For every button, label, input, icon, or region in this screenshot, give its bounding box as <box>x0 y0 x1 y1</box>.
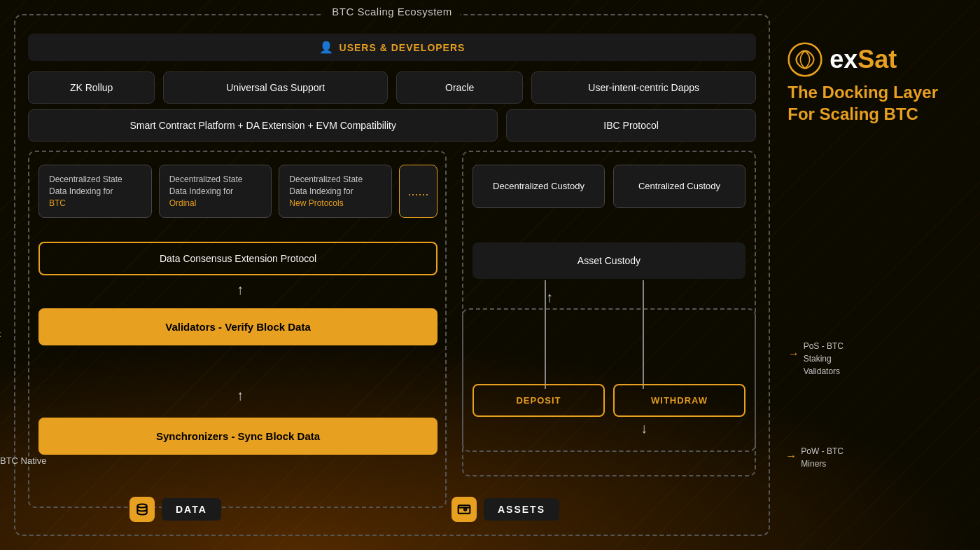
assets-icon <box>451 497 477 522</box>
universal-gas-btn: Universal Gas Support <box>163 71 388 104</box>
arrow-right-down: ↓ <box>640 420 648 436</box>
deposit-button[interactable]: DEPOSIT <box>472 384 605 417</box>
asset-custody-bar: Asset Custody <box>472 242 746 279</box>
exsat-network-label: exSatNetwork <box>0 315 1 341</box>
index-card-btc: Decentralized StateData Indexing for BTC <box>38 165 152 218</box>
arrow-right-up: ↑ <box>546 289 553 305</box>
users-bar-content: 👤 USERS & DEVELOPERS <box>28 41 756 54</box>
smart-contract-btn: Smart Contract Platform + DA Extension +… <box>28 109 498 142</box>
arrow-up-validators: ↑ <box>237 387 244 404</box>
deposit-withdraw-row: DEPOSIT WITHDRAW <box>472 384 746 417</box>
centralized-custody-card: Centralized Custody <box>613 165 746 208</box>
btc-native-label: BTC Native <box>0 455 46 466</box>
svg-point-2 <box>789 43 822 76</box>
index-btc-highlight: BTC <box>49 198 66 208</box>
user-intent-btn: User-intent-centric Dapps <box>531 71 756 104</box>
index-new-highlight: New Protocols <box>289 198 343 208</box>
index-card-new: Decentralized StateData Indexing for New… <box>279 165 392 218</box>
svg-point-0 <box>137 504 146 508</box>
validators-box: Validators - Verify Block Data <box>38 308 438 345</box>
data-icon <box>130 497 155 522</box>
withdraw-button[interactable]: WITHDRAW <box>613 384 746 417</box>
pos-label: PoS - BTCStakingValidators → <box>804 340 844 378</box>
main-diagram: BTC Scaling Ecosystem 👤 USERS & DEVELOPE… <box>14 14 770 536</box>
users-label: USERS & DEVELOPERS <box>340 42 465 53</box>
synchronizers-box: Synchronizers - Sync Block Data <box>38 418 438 455</box>
assets-label: ASSETS <box>484 498 559 521</box>
arrow-up-consensus: ↑ <box>237 282 244 298</box>
logo-text: exSat <box>830 45 897 74</box>
tagline: The Docking LayerFor Scaling BTC <box>788 81 938 125</box>
second-row: Smart Contract Platform + DA Extension +… <box>28 109 756 142</box>
logo-row: exSat <box>788 42 938 77</box>
users-bar: 👤 USERS & DEVELOPERS <box>28 34 756 61</box>
index-ord-highlight: Ordinal <box>169 198 197 208</box>
assets-bottom-bar: ASSETS <box>451 497 559 522</box>
decentralized-custody-card: Decentralized Custody <box>472 165 605 208</box>
vline-right <box>643 280 644 389</box>
index-card-dots: ...... <box>399 165 438 218</box>
ibc-protocol-btn: IBC Protocol <box>506 109 756 142</box>
custody-row: Decentralized Custody Centralized Custod… <box>472 165 746 208</box>
users-icon: 👤 <box>319 41 334 54</box>
top-buttons-row: ZK Rollup Universal Gas Support Oracle U… <box>28 71 756 104</box>
oracle-btn: Oracle <box>396 71 523 104</box>
exsat-logo-icon <box>788 42 822 77</box>
data-bottom-bar: DATA <box>130 497 221 522</box>
zk-rollup-btn: ZK Rollup <box>28 71 155 104</box>
data-label: DATA <box>162 498 221 521</box>
logo-area: exSat The Docking LayerFor Scaling BTC <box>788 42 938 125</box>
pow-label: PoW - BTCMiners → <box>801 445 844 470</box>
index-card-ordinal: Decentralized StateData Indexing for Ord… <box>159 165 272 218</box>
btc-scaling-label: BTC Scaling Ecosystem <box>323 6 460 18</box>
data-consensus-box: Data Consensus Extension Protocol <box>38 242 438 275</box>
indexing-row: Decentralized StateData Indexing for BTC… <box>38 165 438 218</box>
